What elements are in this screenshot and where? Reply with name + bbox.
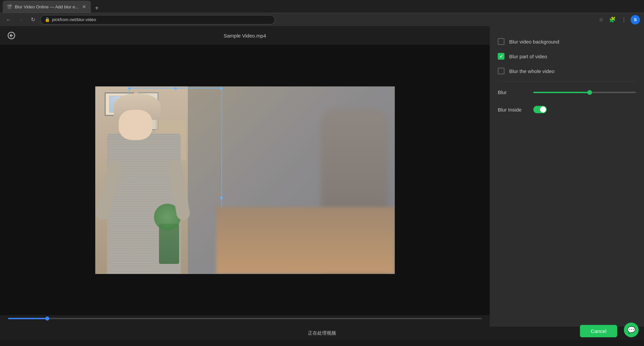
checkbox-blur-part[interactable] (498, 53, 504, 60)
handle-top-right[interactable] (220, 87, 223, 90)
option-blur-background[interactable]: Blur video background (498, 34, 636, 49)
back-button[interactable]: ← (4, 15, 13, 24)
right-panel: Blur video background Blur part of video… (490, 26, 644, 340)
profile-menu-button[interactable]: ⋮ (619, 15, 629, 24)
video-back-button[interactable] (5, 29, 17, 42)
video-frame[interactable]: 📸 (95, 86, 395, 274)
tab-title: Blur Video Online — Add blur e... (15, 4, 79, 9)
blur-inside-label: Blur Inside (498, 107, 528, 113)
chat-fab-button[interactable]: 💬 (624, 323, 639, 337)
handle-right-middle[interactable] (220, 197, 223, 199)
address-text: pickfrom.net/blur-video (52, 17, 96, 22)
status-text: 正在处理视频 (308, 330, 336, 336)
blur-inside-control-row: Blur Inside (498, 100, 636, 119)
blur-slider-track (533, 92, 636, 93)
blur-label: Blur (498, 89, 528, 95)
tab-close-button[interactable]: ✕ (82, 4, 87, 9)
blur-slider-fill (533, 92, 590, 93)
blur-inside-toggle-knob (540, 107, 546, 113)
progress-fill (8, 318, 47, 319)
user-avatar[interactable]: S (631, 15, 640, 24)
progress-thumb[interactable] (45, 317, 49, 321)
forward-button[interactable]: → (16, 15, 25, 24)
chat-icon: 💬 (627, 326, 636, 334)
extensions-button[interactable]: 🧩 (608, 15, 617, 24)
option-blur-whole[interactable]: Blur the whole video (498, 64, 636, 78)
checkbox-blur-whole[interactable] (498, 68, 504, 74)
status-bar: 正在处理视频 (0, 327, 644, 340)
video-topbar: Sample Video.mp4 (0, 26, 490, 45)
refresh-button[interactable]: ↻ (28, 15, 38, 24)
divider (498, 81, 636, 81)
cancel-button[interactable]: Cancel (580, 325, 617, 337)
blur-whole-label: Blur the whole video (509, 68, 554, 74)
handle-top-middle[interactable] (174, 87, 177, 90)
tab-favicon: 🎬 (7, 4, 12, 9)
video-canvas: 📸 (0, 45, 490, 315)
checkbox-blur-background[interactable] (498, 38, 504, 45)
handle-top-left[interactable] (128, 87, 131, 90)
blur-inside-toggle[interactable] (533, 106, 547, 113)
progress-bar[interactable] (8, 318, 482, 319)
video-filename: Sample Video.mp4 (224, 33, 266, 39)
blur-part-label: Blur part of video (509, 54, 547, 59)
bookmark-button[interactable]: ☆ (596, 15, 606, 24)
address-bar[interactable]: 🔒 pickfrom.net/blur-video (40, 15, 275, 24)
blur-slider[interactable] (533, 92, 636, 93)
blur-background-label: Blur video background (509, 39, 559, 45)
blur-slider-thumb[interactable] (587, 90, 592, 95)
blur-control-row: Blur (498, 84, 636, 100)
option-blur-part[interactable]: Blur part of video (498, 49, 636, 64)
new-tab-button[interactable]: + (92, 3, 102, 13)
browser-tab[interactable]: 🎬 Blur Video Online — Add blur e... ✕ (3, 1, 91, 13)
